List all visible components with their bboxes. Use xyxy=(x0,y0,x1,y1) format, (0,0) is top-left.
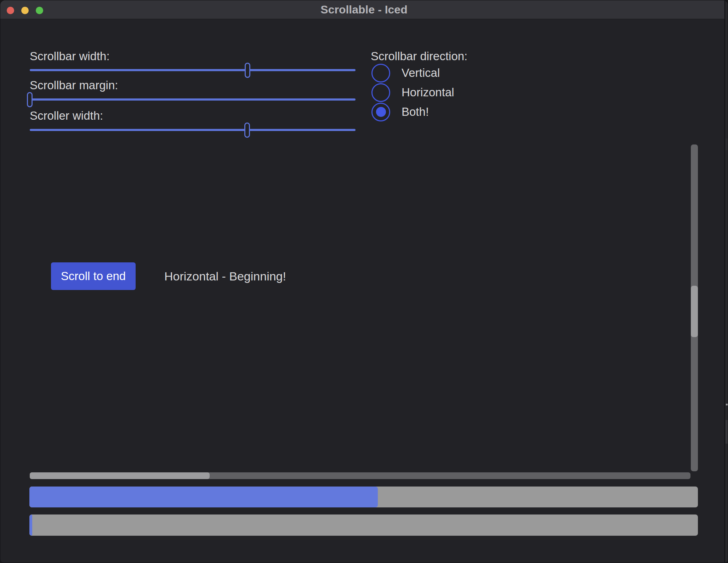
vertical-scroller[interactable] xyxy=(691,286,698,337)
slider-rail[interactable] xyxy=(30,98,356,101)
slider-handle[interactable] xyxy=(245,63,250,78)
edge-artifact xyxy=(726,138,728,150)
scroll-to-end-button[interactable]: Scroll to end xyxy=(51,262,136,290)
scrollbar-margin-label: Scrollbar margin: xyxy=(30,79,118,92)
radio-option-both[interactable]: Both! xyxy=(371,102,429,121)
radio-option-vertical[interactable]: Vertical xyxy=(371,63,440,83)
scrollbar-width-slider[interactable] xyxy=(30,63,356,78)
scrollbar-direction-label: Scrollbar direction: xyxy=(371,50,467,63)
radio-label: Both! xyxy=(402,105,429,119)
horizontal-scrollbar-rail[interactable] xyxy=(30,472,690,479)
progress-fill xyxy=(29,487,378,507)
window-right-edge xyxy=(724,0,728,563)
app-window: Scrollable - Iced Scrollbar width: Scrol… xyxy=(0,0,728,563)
scroller-width-label: Scroller width: xyxy=(30,109,103,122)
slider-rail[interactable] xyxy=(30,129,356,131)
titlebar: Scrollable - Iced xyxy=(0,0,728,19)
progress-fill xyxy=(29,514,32,536)
vertical-progress-bar xyxy=(29,514,698,536)
radio-icon[interactable] xyxy=(371,103,390,121)
radio-label: Vertical xyxy=(402,66,440,80)
window-title: Scrollable - Iced xyxy=(0,0,728,19)
radio-label: Horizontal xyxy=(402,86,454,99)
scroller-width-slider[interactable] xyxy=(30,123,356,138)
vertical-scrollbar-rail[interactable] xyxy=(691,144,698,471)
edge-artifact xyxy=(726,420,728,444)
radio-icon[interactable] xyxy=(371,64,390,83)
radio-option-horizontal[interactable]: Horizontal xyxy=(371,83,454,102)
radio-icon[interactable] xyxy=(371,83,390,102)
horizontal-progress-bar xyxy=(29,487,698,507)
horizontal-scroller[interactable] xyxy=(30,472,210,479)
scrollbar-margin-slider[interactable] xyxy=(30,92,356,107)
slider-handle[interactable] xyxy=(27,92,33,107)
radio-dot xyxy=(376,107,386,117)
slider-rail[interactable] xyxy=(30,69,356,71)
scroll-status-text: Horizontal - Beginning! xyxy=(164,269,286,283)
scrollbar-width-label: Scrollbar width: xyxy=(30,50,110,63)
slider-handle[interactable] xyxy=(244,123,250,138)
edge-artifact xyxy=(726,404,728,405)
